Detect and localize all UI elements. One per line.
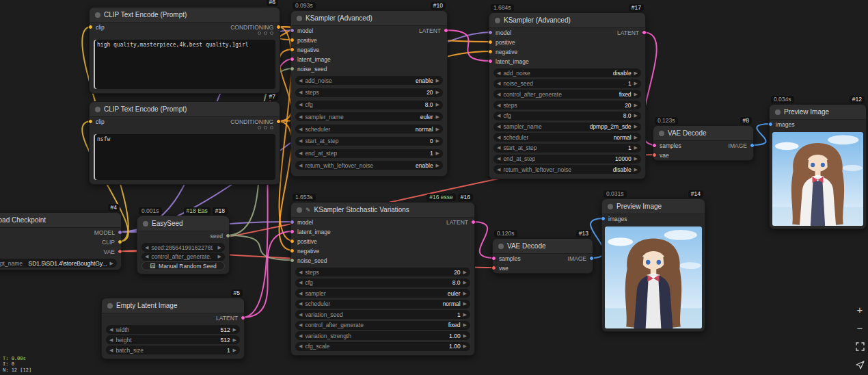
decrement-arrow[interactable]: ◀ <box>109 348 113 353</box>
decrement-arrow[interactable]: ◀ <box>299 163 302 168</box>
node-clip-text-encode-prompt-6[interactable]: #6CLIP Text Encode (Prompt)clipCONDITION… <box>89 7 280 94</box>
slot-dot-latent[interactable] <box>642 30 647 35</box>
widget-control-after-generate[interactable]: ◀control_after_generatefixed▶ <box>493 90 641 99</box>
increment-arrow[interactable]: ▶ <box>463 280 467 285</box>
decrement-arrow[interactable]: ◀ <box>497 167 500 172</box>
widget-end-at-step[interactable]: ◀end_at_step10000▶ <box>493 155 641 164</box>
collapse-dot[interactable] <box>775 109 781 115</box>
node-ksampler-stochastic-variations-16[interactable]: 1.653s#16 esse#16✎KSampler Stochastic Va… <box>290 202 475 356</box>
node-graph-canvas[interactable]: #6CLIP Text Encode (Prompt)clipCONDITION… <box>0 0 868 375</box>
node-ksampler-advanced-17[interactable]: 1.684s#17KSampler (Advanced)modelpositiv… <box>489 12 646 179</box>
slot-dot-vae[interactable] <box>118 249 122 254</box>
slot-dot-positive[interactable] <box>290 239 295 244</box>
slot-dot-conditioning[interactable] <box>276 25 281 29</box>
node-load-checkpoint-4[interactable]: #4Load CheckpointMODELCLIPVAE◀ckpt_nameS… <box>0 212 122 270</box>
widget-seed-2856419916227695[interactable]: ◀seed:2856419916227695▶ <box>141 243 225 252</box>
slot-dot-latent-image[interactable] <box>290 57 295 62</box>
widget-start-at-step[interactable]: ◀start_at_step0▶ <box>295 137 443 146</box>
node-header[interactable]: Load Checkpoint <box>0 213 121 228</box>
input-slot-negative[interactable]: negative <box>488 47 517 56</box>
input-slot-negative[interactable]: negative <box>290 246 319 255</box>
collapse-dot[interactable] <box>297 16 302 21</box>
output-slot-model[interactable]: MODEL <box>94 228 122 237</box>
slot-dot-noise-seed[interactable] <box>290 258 295 263</box>
input-slot-noise-seed[interactable]: noise_seed <box>290 256 327 265</box>
output-slot-seed[interactable]: seed <box>211 231 230 240</box>
slot-dot-images[interactable] <box>768 122 773 127</box>
decrement-arrow[interactable]: ◀ <box>299 127 302 132</box>
widget-manual-random-seed[interactable]: ⚄Manual Random Seed <box>141 261 225 270</box>
decrement-arrow[interactable]: ◀ <box>299 270 302 275</box>
increment-arrow[interactable]: ▶ <box>634 81 638 86</box>
node-header[interactable]: VAE Decode <box>493 239 593 254</box>
decrement-arrow[interactable]: ◀ <box>497 92 500 97</box>
output-slot-latent[interactable]: LATENT <box>419 26 448 35</box>
widget-height[interactable]: ◀height512▶ <box>106 335 240 344</box>
pin-icon[interactable] <box>258 126 261 129</box>
increment-arrow[interactable]: ▶ <box>634 113 638 118</box>
input-slot-vae[interactable]: vae <box>652 151 669 159</box>
output-slot-vae[interactable]: VAE <box>104 247 122 256</box>
widget-ckpt-name[interactable]: ◀ckpt_nameSD1.5\SD1.4\storeBoughtGy...▶ <box>0 259 117 268</box>
decrement-arrow[interactable]: ◀ <box>497 103 500 108</box>
widget-add-noise[interactable]: ◀add_noisedisable▶ <box>493 68 641 77</box>
increment-arrow[interactable]: ▶ <box>436 114 439 120</box>
node-header[interactable]: CLIP Text Encode (Prompt) <box>90 102 280 117</box>
increment-arrow[interactable]: ▶ <box>233 348 236 353</box>
node-clip-text-encode-prompt-7[interactable]: #7CLIP Text Encode (Prompt)clipCONDITION… <box>89 101 280 185</box>
input-slot-images[interactable]: images <box>601 214 627 223</box>
slot-dot-seed[interactable] <box>226 233 230 238</box>
widget-cfg-scale[interactable]: ◀cfg_scale1.00▶ <box>295 342 470 351</box>
increment-arrow[interactable]: ▶ <box>233 337 236 343</box>
decrement-arrow[interactable]: ◀ <box>299 90 302 95</box>
increment-arrow[interactable]: ▶ <box>436 102 439 107</box>
input-slot-positive[interactable]: positive <box>290 237 317 246</box>
input-slot-clip[interactable]: clip <box>88 23 105 31</box>
widget-sampler-name[interactable]: ◀sampler_nameeuler▶ <box>295 112 443 121</box>
widget-control-after-generate[interactable]: ◀control_after_generatefixed▶ <box>295 321 470 330</box>
input-slot-samples[interactable]: samples <box>491 254 521 263</box>
input-slot-negative[interactable]: negative <box>290 45 319 54</box>
slot-dot-samples[interactable] <box>491 256 496 261</box>
node-header[interactable]: KSampler (Advanced) <box>291 11 447 26</box>
slot-dot-model[interactable] <box>118 230 122 235</box>
slot-dot-latent-image[interactable] <box>290 229 295 234</box>
output-slot-conditioning[interactable]: CONDITIONING <box>230 23 281 31</box>
collapse-dot[interactable] <box>95 12 100 18</box>
slot-dot-clip[interactable] <box>118 240 122 244</box>
node-header[interactable]: EasySeed <box>137 216 229 231</box>
increment-arrow[interactable]: ▶ <box>463 333 467 339</box>
node-header[interactable]: VAE Decode <box>653 126 753 141</box>
bypass-icon[interactable] <box>270 126 273 129</box>
slot-dot-model[interactable] <box>290 220 295 224</box>
node-header[interactable]: KSampler (Advanced) <box>489 13 645 28</box>
settings-icon[interactable] <box>264 31 267 35</box>
increment-arrow[interactable]: ▶ <box>436 127 439 132</box>
increment-arrow[interactable]: ▶ <box>634 92 638 97</box>
increment-arrow[interactable]: ▶ <box>436 151 439 156</box>
decrement-arrow[interactable]: ◀ <box>299 280 302 285</box>
decrement-arrow[interactable]: ◀ <box>497 124 500 129</box>
output-slot-latent[interactable]: LATENT <box>446 218 476 227</box>
increment-arrow[interactable]: ▶ <box>436 138 439 144</box>
slot-dot-image[interactable] <box>589 256 594 261</box>
node-empty-latent-image-5[interactable]: #5Empty Latent ImageLATENT◀width512▶◀hei… <box>101 298 245 359</box>
increment-arrow[interactable]: ▶ <box>634 124 638 129</box>
input-slot-positive[interactable]: positive <box>488 38 515 47</box>
increment-arrow[interactable]: ▶ <box>634 156 638 161</box>
widget-scheduler[interactable]: ◀schedulernormal▶ <box>295 300 470 309</box>
increment-arrow[interactable]: ▶ <box>634 70 638 76</box>
collapse-dot[interactable] <box>498 244 504 249</box>
slot-dot-latent[interactable] <box>241 315 245 320</box>
increment-arrow[interactable]: ▶ <box>233 327 236 333</box>
widget-steps[interactable]: ◀steps20▶ <box>493 101 641 109</box>
widget-steps[interactable]: ◀steps20▶ <box>295 268 470 276</box>
widget-variation-seed[interactable]: ◀variation_seed1▶ <box>295 310 470 319</box>
widget-width[interactable]: ◀width512▶ <box>106 325 240 334</box>
pin-icon[interactable] <box>258 31 261 35</box>
widget-scheduler[interactable]: ◀schedulernormal▶ <box>295 125 443 133</box>
node-easyseed-18[interactable]: 0.001s#18 Eas#18EasySeedseed◀seed:285641… <box>137 216 230 274</box>
slot-dot-clip[interactable] <box>88 119 93 124</box>
input-slot-model[interactable]: model <box>290 26 313 35</box>
output-slot-latent[interactable]: LATENT <box>216 313 245 322</box>
